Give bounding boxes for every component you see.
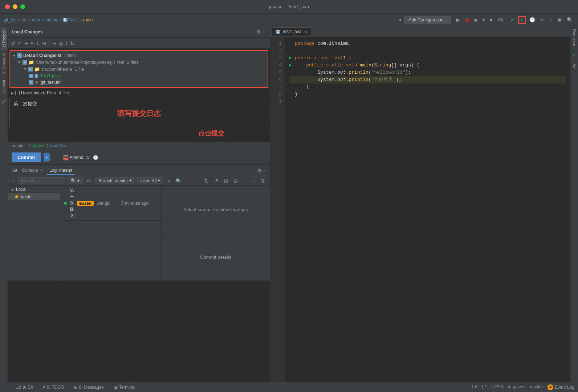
changes-toolbar: ↺ ↶ ⇥ ≡ ⤓ ⊞ | ⊟ ◎ ↕ ⇅	[8, 38, 270, 49]
run-button[interactable]: ▶	[455, 16, 462, 23]
terminal-status-item[interactable]: ▣ Terminal	[114, 385, 135, 390]
sidebar-item-project[interactable]: 1: Project	[1, 28, 7, 50]
iml-file-item[interactable]: ✓ ⚙ git_test.iml	[10, 79, 268, 86]
code-editor[interactable]: package com.itheima; ▶ public class Test…	[285, 37, 570, 382]
log-more-filters[interactable]: »	[166, 177, 172, 184]
master-branch-dot	[15, 195, 18, 198]
position-label: 1:6	[472, 384, 478, 390]
log-sort-button[interactable]: ↕	[251, 177, 257, 184]
eye-icon[interactable]: ◎	[59, 40, 63, 46]
changelist-checkbox[interactable]: ✓	[17, 53, 22, 58]
breadcrumb-test1[interactable]: C Test1	[63, 17, 79, 23]
local-group[interactable]: ▼ Local	[8, 186, 60, 193]
add-configuration-button[interactable]: Add Configuration...	[404, 16, 451, 24]
run-gutter-4[interactable]: ▶	[289, 62, 295, 69]
commit-settings-icon[interactable]: ⚙	[86, 155, 90, 160]
test1-file-item[interactable]: ✓ J Test1.java	[10, 73, 268, 79]
git-status-item[interactable]: ⎇ 9: Git	[16, 385, 33, 390]
git-commit-icon[interactable]: ✓	[508, 16, 517, 24]
log-expand-button[interactable]: ⊟	[232, 177, 240, 184]
unversioned-checkbox[interactable]	[15, 91, 20, 95]
iml-checkbox[interactable]: ✓	[29, 80, 33, 85]
branch-filter-button[interactable]: Branch: master ÷	[95, 177, 135, 184]
line-num-4: 4	[270, 62, 282, 69]
console-close-icon[interactable]: ✕	[40, 168, 43, 172]
git-rollback-button[interactable]: ↩	[538, 16, 546, 23]
log-search-icon[interactable]: 🔍	[174, 177, 183, 184]
move-icon[interactable]: ⇥	[24, 40, 28, 46]
src-checkbox[interactable]: ✓	[28, 67, 33, 72]
git-check-button[interactable]: ✓	[518, 16, 526, 24]
path-item[interactable]: ▼ ✓ 📁 /Users/taoxuhuan/IdeaProjects/java…	[10, 59, 268, 66]
minimize-button[interactable]	[13, 4, 17, 9]
sidebar-item-git-log[interactable]: ⎇	[0, 97, 7, 107]
git-branches-button[interactable]: ⑂	[548, 16, 554, 23]
check-icon-right[interactable]: ✓	[571, 50, 578, 59]
stop-button[interactable]: ■	[488, 16, 494, 23]
user-filter-button[interactable]: User: All ÷	[137, 177, 164, 184]
download-icon[interactable]: ⤓	[36, 40, 40, 46]
search-button[interactable]: 🔍	[565, 16, 574, 23]
commit-dropdown-button[interactable]: ▾	[44, 153, 50, 162]
folder-icon: 📁	[28, 60, 34, 65]
debug-button[interactable]: 🐞	[463, 16, 472, 23]
settings-icon[interactable]: ⚙	[256, 29, 261, 34]
sort-icon[interactable]: ↕	[65, 40, 68, 46]
minimize-panel-icon[interactable]: ─	[263, 29, 266, 34]
close-button[interactable]	[5, 4, 10, 9]
commit-message-area[interactable]: 第二次提交 填写提交日志 点击提交	[9, 98, 268, 127]
todo-status-item[interactable]: ≡ 6: TODO	[43, 385, 64, 390]
refresh-icon[interactable]: ↺	[11, 40, 15, 46]
sidebar-item-commit[interactable]: Commit	[1, 77, 7, 97]
log-refresh-button[interactable]: ↺	[212, 177, 220, 184]
log-filter2-button[interactable]: ⇅	[259, 177, 267, 184]
commit-history-icon[interactable]: 🕐	[93, 155, 98, 160]
nav-back-btn[interactable]: ◂	[397, 16, 403, 23]
breadcrumb-com[interactable]: com	[32, 17, 40, 23]
right-vertical-tabs: Database ✓ Ant	[570, 26, 578, 382]
git-terminal-button[interactable]: ▣	[555, 16, 563, 23]
rvtab-ant[interactable]: Ant	[571, 61, 578, 73]
bottom-minimize-icon[interactable]: ─	[262, 168, 266, 173]
run-coverage-button[interactable]: ▶	[473, 16, 480, 23]
commit-button[interactable]: Commit	[12, 152, 41, 162]
bottom-settings-icon[interactable]: ⚙	[257, 168, 262, 173]
breadcrumb-itheima[interactable]: itheima	[44, 17, 58, 23]
diff-icon[interactable]: ≡	[30, 40, 33, 46]
group-icon[interactable]: ⊟	[52, 40, 57, 46]
log-tab-label: Log: master	[49, 168, 72, 173]
tab-test1-java[interactable]: C Test1.java ✕	[272, 27, 311, 36]
src-path-item[interactable]: ▼ ✓ 📁 src/com/itheima 1 file	[10, 66, 268, 73]
commit-message-text[interactable]: 第二次提交	[13, 101, 264, 107]
rvtab-database[interactable]: Database	[571, 26, 578, 49]
commit-row[interactable]: 第一次提交 master wangqi 5 minutes ago	[60, 186, 161, 221]
tab-close-icon[interactable]: ✕	[304, 30, 307, 34]
undo-icon[interactable]: ↶	[17, 40, 22, 46]
tab-console[interactable]: Console ✕	[19, 166, 46, 175]
filter-icon[interactable]: ⇅	[70, 40, 74, 46]
run-gutter-3[interactable]: ▶	[289, 54, 295, 62]
path-checkbox[interactable]: ✓	[23, 60, 27, 65]
unversioned-row[interactable]: ▶ Unversioned Files 4 files	[8, 89, 270, 97]
breadcrumb-src[interactable]: src	[22, 17, 28, 23]
sidebar-item-structure[interactable]: Z: Structure	[1, 50, 7, 77]
log-search-input[interactable]	[18, 177, 65, 184]
log-graph-button[interactable]: ⊞	[222, 177, 230, 184]
git-history-button[interactable]: 🕐	[528, 16, 537, 23]
master-branch-item[interactable]: master	[8, 193, 60, 200]
maximize-button[interactable]	[20, 4, 25, 9]
log-filter-button[interactable]: 🔍 ▾	[68, 177, 83, 184]
event-log-item[interactable]: 4 Event Log	[548, 384, 574, 390]
changelist-item[interactable]: ▼ ✓ Default Changelist 2 files	[10, 52, 268, 59]
messages-status-item[interactable]: ⊟ 0: Messages	[74, 385, 104, 390]
test1-checkbox[interactable]: ✓	[29, 74, 33, 78]
log-settings-icon[interactable]: ⚙	[85, 177, 93, 184]
breadcrumb-git-test[interactable]: git_test	[4, 17, 18, 23]
log-fetch-button[interactable]: ⇅	[203, 177, 210, 184]
left-sidebar: 1: Project Z: Structure Commit ⎇	[0, 26, 8, 382]
tab-log-master[interactable]: Log: master	[46, 166, 75, 175]
patch-icon[interactable]: ⊞	[42, 40, 46, 46]
log-prev-button[interactable]: ‹	[11, 177, 16, 184]
breadcrumb-main[interactable]: main	[83, 17, 93, 23]
dropdown-button[interactable]: ▾	[481, 16, 487, 23]
